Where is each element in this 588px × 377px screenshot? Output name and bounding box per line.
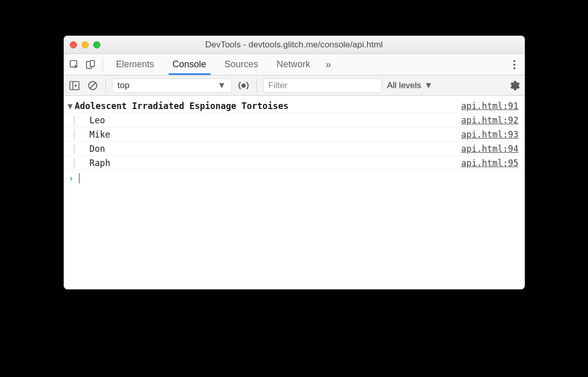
traffic-lights: [70, 41, 100, 48]
clear-console-icon[interactable]: [86, 79, 99, 92]
console-group-title: Adolescent Irradiated Espionage Tortoise…: [75, 101, 461, 111]
filter-input[interactable]: [263, 78, 382, 93]
prompt-chevron-icon: ›: [69, 173, 74, 183]
zoom-window-button[interactable]: [93, 41, 100, 48]
console-log-text: Raph: [74, 158, 461, 168]
main-menu-icon[interactable]: [507, 60, 522, 70]
text-cursor: [79, 173, 79, 183]
console-output: ▼ Adolescent Irradiated Espionage Tortoi…: [64, 96, 525, 289]
console-log-text: Don: [74, 144, 461, 154]
tabs: Elements Console Sources Network »: [107, 54, 337, 75]
context-selector[interactable]: top ▼: [112, 78, 232, 93]
console-log-row: Leo api.html:92: [64, 113, 525, 127]
console-prompt[interactable]: ›: [64, 170, 525, 186]
console-log-text: Mike: [74, 129, 461, 140]
inspect-element-icon[interactable]: [67, 54, 82, 75]
svg-point-8: [241, 83, 245, 87]
source-link[interactable]: api.html:91: [461, 101, 519, 111]
tab-network[interactable]: Network: [268, 54, 319, 75]
collapse-icon[interactable]: ▼: [66, 101, 75, 111]
source-link[interactable]: api.html:92: [461, 115, 519, 125]
context-selector-label: top: [118, 80, 130, 91]
divider: [105, 78, 106, 93]
chevron-down-icon: ▼: [424, 80, 433, 91]
console-settings-icon[interactable]: [510, 80, 521, 91]
console-toolbar: top ▼ All levels ▼: [64, 75, 525, 96]
minimize-window-button[interactable]: [82, 41, 89, 48]
console-log-text: Leo: [74, 115, 461, 125]
tabbar: Elements Console Sources Network »: [64, 54, 525, 75]
more-tabs-button[interactable]: »: [319, 54, 337, 75]
console-group-header[interactable]: ▼ Adolescent Irradiated Espionage Tortoi…: [64, 99, 525, 113]
device-toolbar-icon[interactable]: [83, 54, 98, 75]
log-levels-selector[interactable]: All levels ▼: [387, 80, 433, 91]
divider: [102, 58, 103, 72]
devtools-window: DevTools - devtools.glitch.me/console/ap…: [64, 36, 525, 289]
source-link[interactable]: api.html:95: [461, 158, 519, 168]
log-levels-label: All levels: [387, 80, 421, 91]
source-link[interactable]: api.html:94: [461, 144, 519, 154]
tab-elements[interactable]: Elements: [107, 54, 164, 75]
live-expression-icon[interactable]: [237, 79, 250, 92]
svg-point-4: [513, 64, 515, 66]
tab-sources[interactable]: Sources: [216, 54, 268, 75]
close-window-button[interactable]: [70, 41, 77, 48]
toggle-console-sidebar-icon[interactable]: [68, 79, 81, 92]
chevron-down-icon: ▼: [218, 80, 226, 91]
window-title: DevTools - devtools.glitch.me/console/ap…: [205, 40, 383, 50]
svg-rect-6: [70, 82, 79, 90]
svg-point-3: [513, 60, 515, 62]
source-link[interactable]: api.html:93: [461, 129, 519, 140]
console-log-row: Raph api.html:95: [64, 156, 525, 170]
divider: [256, 78, 257, 93]
svg-rect-2: [90, 60, 94, 66]
console-log-row: Don api.html:94: [64, 142, 525, 156]
console-log-row: Mike api.html:93: [64, 127, 525, 142]
tab-console[interactable]: Console: [164, 54, 216, 75]
titlebar: DevTools - devtools.glitch.me/console/ap…: [64, 36, 525, 54]
svg-point-5: [513, 67, 515, 69]
